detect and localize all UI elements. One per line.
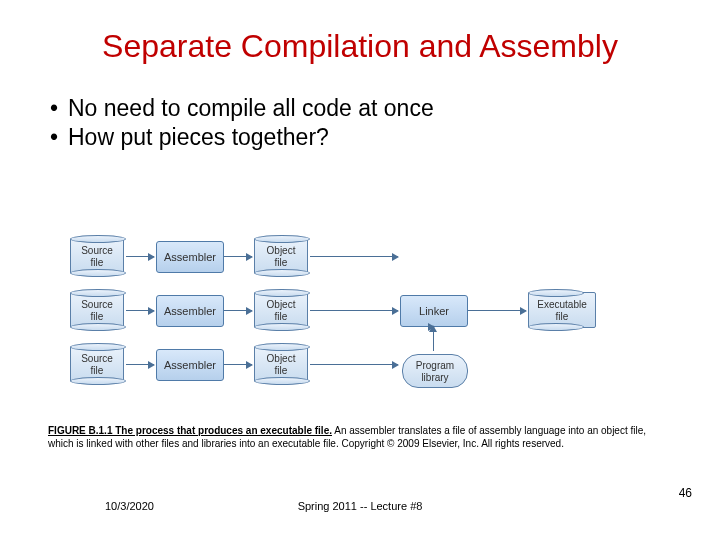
source-file-node: Sourcefile [70,346,124,382]
node-label: Sourcefile [81,353,113,376]
arrow [126,364,154,365]
arrow [224,364,252,365]
bullet-text: How put pieces together? [68,124,329,150]
bullet-list: •No need to compile all code at once •Ho… [50,95,720,151]
program-library-node: Programlibrary [402,354,468,388]
node-label: Objectfile [267,245,296,268]
object-file-node: Objectfile [254,238,308,274]
node-label: Assembler [164,251,216,263]
source-file-node: Sourcefile [70,238,124,274]
node-label: Programlibrary [416,360,454,383]
figure-caption: FIGURE B.1.1 The process that produces a… [48,424,672,450]
source-file-node: Sourcefile [70,292,124,328]
node-label: Assembler [164,359,216,371]
arrow [224,256,252,257]
footer-center: Spring 2011 -- Lecture #8 [0,500,720,512]
executable-file-node: Executablefile [528,292,596,328]
assembler-node: Assembler [156,349,224,381]
slide-title: Separate Compilation and Assembly [0,0,720,75]
assembler-node: Assembler [156,241,224,273]
node-label: Objectfile [267,353,296,376]
arrow [224,310,252,311]
arrow [468,310,526,311]
diagram: Sourcefile Assembler Objectfile Sourcefi… [70,232,660,402]
arrow [310,310,398,311]
bullet-item: •No need to compile all code at once [50,95,720,122]
object-file-node: Objectfile [254,346,308,382]
object-file-node: Objectfile [254,292,308,328]
node-label: Linker [419,305,449,317]
arrow [310,256,398,257]
arrow [126,310,154,311]
bullet-item: •How put pieces together? [50,124,720,151]
assembler-node: Assembler [156,295,224,327]
node-label: Sourcefile [81,299,113,322]
node-label: Objectfile [267,299,296,322]
node-label: Assembler [164,305,216,317]
arrow [310,364,398,365]
node-label: Sourcefile [81,245,113,268]
arrowhead-up [429,325,437,332]
bullet-text: No need to compile all code at once [68,95,434,121]
caption-lead: FIGURE B.1.1 The process that produces a… [48,425,332,436]
arrow [126,256,154,257]
node-label: Executablefile [537,299,586,322]
slide: Separate Compilation and Assembly •No ne… [0,0,720,540]
slide-number: 46 [679,486,692,500]
